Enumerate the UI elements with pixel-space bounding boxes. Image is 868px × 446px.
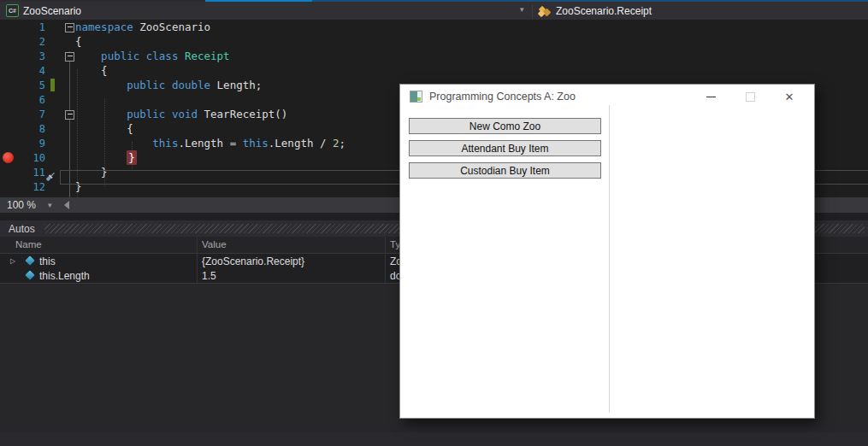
code-text: { bbox=[75, 63, 108, 78]
breakpoint-margin[interactable] bbox=[0, 78, 17, 92]
class-icon bbox=[539, 6, 551, 17]
app-vertical-divider bbox=[609, 105, 610, 413]
line-number: 6 bbox=[17, 94, 45, 106]
breakpoint-margin[interactable] bbox=[0, 92, 17, 107]
saved-change-bar bbox=[50, 79, 55, 91]
cell-name: this.Length bbox=[39, 270, 90, 282]
code-text: public class Receipt bbox=[75, 49, 230, 63]
line-number: 11 bbox=[17, 167, 45, 179]
code-line-2[interactable]: 2{ bbox=[0, 34, 868, 49]
cell-name: this bbox=[39, 255, 56, 267]
outlining-margin bbox=[56, 107, 75, 121]
line-number: 1 bbox=[17, 21, 45, 33]
code-text: } bbox=[75, 150, 137, 165]
line-number: 7 bbox=[17, 109, 45, 120]
app-button-column: New Como ZooAttendant Buy ItemCustodian … bbox=[409, 118, 601, 185]
outlining-margin bbox=[56, 20, 75, 34]
code-text: } bbox=[75, 179, 82, 194]
pin-icon[interactable] bbox=[44, 170, 57, 183]
column-divider[interactable] bbox=[385, 237, 386, 283]
new-como-zoo-button[interactable]: New Como Zoo bbox=[409, 118, 601, 134]
outlining-margin bbox=[56, 165, 75, 179]
outlining-margin bbox=[56, 49, 75, 63]
autos-panel-title: Autos bbox=[9, 223, 35, 235]
breakpoint-margin[interactable] bbox=[0, 179, 17, 194]
project-dropdown[interactable]: ZooScenario bbox=[23, 5, 81, 17]
breakpoint-margin[interactable] bbox=[0, 49, 17, 63]
collapse-region-icon[interactable] bbox=[65, 52, 74, 62]
breakpoint-margin[interactable] bbox=[0, 150, 17, 165]
line-number: 5 bbox=[17, 79, 45, 91]
maximize-icon bbox=[746, 92, 755, 102]
outlining-margin bbox=[56, 136, 75, 150]
outlining-margin bbox=[56, 78, 75, 92]
breakpoint-margin[interactable] bbox=[0, 63, 17, 78]
chevron-down-icon[interactable]: ▾ bbox=[520, 5, 524, 14]
column-divider[interactable] bbox=[197, 237, 198, 283]
breakpoint-margin[interactable] bbox=[0, 165, 17, 179]
collapse-region-icon[interactable] bbox=[65, 110, 74, 120]
close-icon: ✕ bbox=[785, 91, 794, 103]
code-line-1[interactable]: 1namespace ZooScenario bbox=[0, 20, 868, 34]
app-window-icon bbox=[410, 91, 422, 103]
code-text: public double Length; bbox=[75, 78, 262, 92]
outlining-margin bbox=[56, 179, 75, 194]
breakpoint-margin[interactable] bbox=[0, 121, 17, 136]
line-number: 2 bbox=[17, 36, 45, 48]
breakpoint-icon[interactable] bbox=[3, 152, 14, 163]
code-text: { bbox=[75, 121, 133, 136]
app-title-bar[interactable]: Programming Concepts A: Zoo ✕ bbox=[400, 85, 814, 109]
breakpoint-margin[interactable] bbox=[0, 20, 17, 34]
column-header-name[interactable]: Name bbox=[15, 239, 42, 249]
code-text: this.Length = this.Length / 2; bbox=[75, 136, 345, 150]
line-number: 4 bbox=[17, 65, 45, 77]
code-line-4[interactable]: 4 { bbox=[0, 63, 868, 78]
scroll-left-icon[interactable] bbox=[64, 201, 69, 209]
field-icon bbox=[25, 255, 34, 265]
line-number: 3 bbox=[17, 50, 45, 62]
custodian-buy-item-button[interactable]: Custodian Buy Item bbox=[409, 162, 601, 179]
outlining-margin bbox=[56, 150, 75, 165]
maximize-button[interactable] bbox=[735, 85, 765, 109]
outlining-margin bbox=[56, 121, 75, 136]
type-dropdown[interactable]: ZooScenario.Receipt bbox=[556, 5, 652, 17]
close-button[interactable]: ✕ bbox=[775, 85, 804, 109]
cell-value: 1.5 bbox=[202, 270, 216, 282]
breakpoint-margin[interactable] bbox=[0, 136, 17, 150]
code-text: namespace ZooScenario bbox=[75, 20, 210, 34]
code-text: } bbox=[75, 165, 108, 179]
line-number: 8 bbox=[17, 123, 45, 135]
attendant-buy-item-button[interactable]: Attendant Buy Item bbox=[409, 140, 601, 156]
zoom-level-dropdown[interactable]: 100 % bbox=[7, 199, 36, 211]
outlining-margin bbox=[56, 92, 75, 107]
field-icon bbox=[25, 270, 34, 279]
bottom-strip bbox=[0, 432, 868, 446]
code-text: { bbox=[75, 34, 82, 49]
minimize-icon bbox=[706, 97, 716, 97]
code-text: public void TearReceipt() bbox=[75, 107, 287, 121]
code-line-3[interactable]: 3 public class Receipt bbox=[0, 49, 868, 63]
line-number: 12 bbox=[17, 181, 45, 193]
collapse-region-icon[interactable] bbox=[65, 23, 74, 32]
column-header-value[interactable]: Value bbox=[202, 239, 227, 249]
csharp-project-icon: C# bbox=[6, 4, 19, 17]
visual-studio-debug-screen: C# ZooScenario ▾ ZooScenario.Receipt 1na… bbox=[0, 0, 868, 446]
navigation-bar: C# ZooScenario ▾ ZooScenario.Receipt bbox=[0, 2, 868, 20]
app-window-title: Programming Concepts A: Zoo bbox=[429, 91, 576, 103]
outlining-margin bbox=[56, 63, 75, 78]
line-number: 10 bbox=[17, 152, 45, 164]
outlining-margin bbox=[56, 34, 75, 49]
expand-arrow-icon[interactable]: ▷ bbox=[10, 257, 15, 265]
zoo-app-window: Programming Concepts A: Zoo ✕ New Como Z… bbox=[399, 84, 815, 419]
breakpoint-margin[interactable] bbox=[0, 107, 17, 121]
breakpoint-margin[interactable] bbox=[0, 34, 17, 49]
line-number: 9 bbox=[17, 138, 45, 150]
navbar-separator bbox=[532, 4, 533, 19]
chevron-down-icon[interactable]: ▾ bbox=[48, 201, 52, 209]
minimize-button[interactable] bbox=[696, 85, 725, 109]
cell-value: {ZooScenario.Receipt} bbox=[202, 255, 304, 267]
